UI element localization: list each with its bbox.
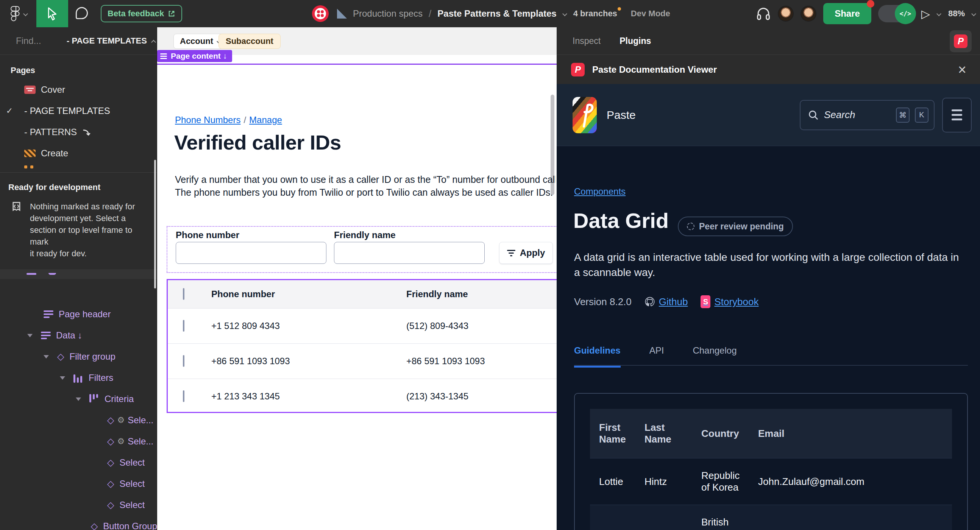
search-input[interactable] <box>824 109 881 121</box>
layer-button-group[interactable]: ◇ Button Group <box>0 516 157 530</box>
project-name[interactable]: Production specs <box>353 8 423 19</box>
zoom-level[interactable]: 88% <box>948 9 965 19</box>
current-page-header[interactable]: - PAGE TEMPLATES <box>67 36 156 46</box>
expand-caret-icon[interactable] <box>43 355 49 359</box>
headphones-icon[interactable] <box>756 6 771 21</box>
dev-flag-icon <box>10 201 23 214</box>
sidebar-scrollbar[interactable] <box>154 160 156 289</box>
row-checkbox[interactable] <box>183 390 185 402</box>
present-options-chevron-icon[interactable] <box>937 11 941 16</box>
expand-caret-icon[interactable] <box>27 334 33 337</box>
expand-caret-icon[interactable] <box>60 376 65 380</box>
beta-feedback-badge[interactable]: Beta feedback <box>101 5 182 22</box>
phone-cell: +86 591 1093 1093 <box>198 356 406 367</box>
layer-label: Select <box>119 479 145 489</box>
sidebar-page-clipped[interactable] <box>0 164 157 170</box>
zoom-chevron-icon[interactable] <box>972 11 976 16</box>
table-row[interactable]: +1 213 343 1345 (213) 343-1345 <box>168 379 557 414</box>
component-diamond-icon: ◇ <box>107 500 114 509</box>
external-link-icon <box>168 10 175 17</box>
layer-select[interactable]: ◇ Select <box>0 473 157 494</box>
chevron-down-icon <box>24 11 28 16</box>
share-button[interactable]: Share <box>823 3 871 24</box>
breadcrumb-link-manage[interactable]: Manage <box>249 115 282 125</box>
tab-plugins[interactable]: Plugins <box>619 36 651 46</box>
cell-last-name: Hintz <box>635 459 692 505</box>
github-label: Github <box>659 296 688 308</box>
sidebar-page-cover[interactable]: Cover <box>0 79 157 100</box>
hamburger-menu-button[interactable] <box>942 98 972 132</box>
table-row[interactable]: +86 591 1093 1093 +86 591 1093 1093 <box>168 343 557 379</box>
layer-filter-group[interactable]: ◇ Filter group <box>0 346 157 367</box>
right-panel: Inspect Plugins P P Paste Documentation … <box>557 27 980 530</box>
cell-email: Natalie.Klein@yahoo.com <box>749 505 952 530</box>
layer-select[interactable]: ◇ Select <box>0 494 157 516</box>
friendly-name-input[interactable] <box>334 242 485 264</box>
clipped-layer-row[interactable] <box>0 269 157 279</box>
design-canvas: Account Subaccount Page content ↓ Phone … <box>157 27 557 530</box>
subaccount-label: Subaccount <box>226 36 274 46</box>
row-checkbox[interactable] <box>183 355 185 367</box>
dev-mode-toggle[interactable]: </> <box>878 5 915 22</box>
layer-page-header[interactable]: Page header <box>0 304 157 325</box>
gear-icon: ⚙ <box>117 436 124 446</box>
collaborator-avatar[interactable] <box>800 6 816 22</box>
plugin-shortcut-button[interactable]: P <box>950 30 972 52</box>
tab-inspect[interactable]: Inspect <box>573 36 601 46</box>
plugin-search-box[interactable]: ⌘ K <box>800 100 935 130</box>
phone-number-input[interactable] <box>176 242 326 264</box>
figma-main-menu[interactable] <box>0 0 37 27</box>
components-link[interactable]: Components <box>574 186 625 197</box>
layer-data[interactable]: Data ↓ <box>0 325 157 346</box>
layer-select[interactable]: ◇ Select <box>0 452 157 473</box>
preview-table[interactable]: First Name Last Name Country Email Lotti… <box>590 409 952 530</box>
comment-tool-button[interactable] <box>68 0 95 27</box>
present-icon[interactable]: ▷ <box>921 7 930 21</box>
friendly-name-label: Friendly name <box>334 230 396 240</box>
description-line: The phone numbers you buy from Twilio or… <box>175 186 555 199</box>
file-name[interactable]: Paste Patterns & Templates <box>438 8 556 19</box>
subaccount-button[interactable]: Subaccount <box>218 34 281 49</box>
layer-label: Select <box>119 457 145 468</box>
apply-button[interactable]: Apply <box>499 242 553 264</box>
layer-select-instance[interactable]: ◇ ⚙ Sele... <box>0 431 157 452</box>
frame-icon <box>160 53 167 59</box>
layer-criteria[interactable]: Criteria <box>0 389 157 409</box>
apply-label: Apply <box>520 248 545 258</box>
breadcrumb-link-phone-numbers[interactable]: Phone Numbers <box>175 115 240 125</box>
caller-id-table[interactable]: Phone number Friendly name +1 512 809 43… <box>167 279 557 413</box>
page-content-section-label[interactable]: Page content ↓ <box>157 50 232 62</box>
move-tool-button[interactable] <box>37 0 68 27</box>
find-input[interactable] <box>16 36 61 46</box>
column-header[interactable]: Friendly name <box>406 289 557 300</box>
sidebar-page-create[interactable]: Create <box>0 143 157 164</box>
row-checkbox[interactable] <box>183 320 185 332</box>
storybook-link[interactable]: S Storybook <box>700 295 759 308</box>
expand-caret-icon[interactable] <box>76 398 81 401</box>
comment-bubble-icon <box>75 6 89 21</box>
brand-name: Paste <box>607 109 636 122</box>
close-icon[interactable]: × <box>958 62 966 77</box>
layer-filters[interactable]: Filters <box>0 367 157 389</box>
layer-select-instance[interactable]: ◇ ⚙ Sele... <box>0 409 157 431</box>
pending-circle-icon <box>687 222 694 230</box>
tab-guidelines[interactable]: Guidelines <box>574 345 620 368</box>
table-row[interactable]: +1 512 809 4343 (512) 809-4343 <box>168 308 557 343</box>
sidebar-page-patterns[interactable]: - PATTERNS <box>0 122 157 143</box>
file-menu-chevron-icon[interactable] <box>563 11 567 16</box>
sidebar-page-templates[interactable]: ✓ - PAGE TEMPLATES <box>0 100 157 122</box>
tab-divider <box>574 365 968 366</box>
current-page-label: - PAGE TEMPLATES <box>67 36 147 46</box>
select-all-checkbox[interactable] <box>183 288 185 300</box>
collaborator-avatar[interactable] <box>778 6 794 22</box>
github-link[interactable]: Github <box>644 296 688 308</box>
column-header[interactable]: Phone number <box>198 289 406 300</box>
cell-last-name: Kshlerin <box>635 505 692 530</box>
page-label: Cover <box>41 84 65 95</box>
tab-changelog[interactable]: Changelog <box>693 345 737 368</box>
branches-label[interactable]: 4 branches <box>573 9 621 19</box>
preview-row: Lottie Hintz Republic of Korea John.Zula… <box>590 459 952 505</box>
tab-api[interactable]: API <box>649 345 664 368</box>
paste-plugin-icon: P <box>954 35 967 48</box>
component-description: A data grid is an interactive table used… <box>574 250 964 280</box>
